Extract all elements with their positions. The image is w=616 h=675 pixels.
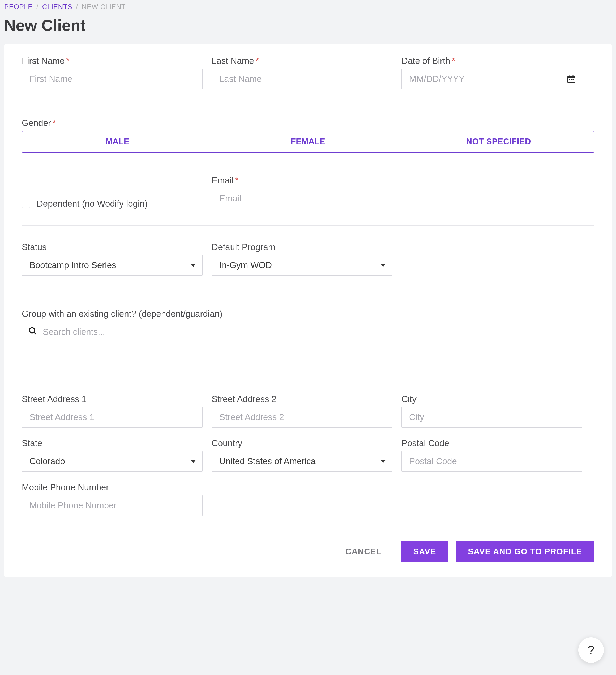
state-label: State <box>22 438 202 448</box>
divider <box>22 292 594 292</box>
chevron-down-icon <box>191 264 196 267</box>
street1-input[interactable] <box>22 407 202 428</box>
svg-rect-4 <box>569 79 570 80</box>
status-select-value: Bootcamp Intro Series <box>29 260 116 270</box>
breadcrumb-people[interactable]: PEOPLE <box>4 3 33 11</box>
default-program-select-value: In-Gym WOD <box>219 260 272 270</box>
dob-input[interactable] <box>409 69 566 89</box>
street1-label: Street Address 1 <box>22 394 202 404</box>
group-with-search[interactable] <box>22 321 594 342</box>
mobile-label: Mobile Phone Number <box>22 482 202 493</box>
gender-segmented-control: MALE FEMALE NOT SPECIFIED <box>22 131 594 153</box>
group-with-search-input[interactable] <box>43 322 587 342</box>
breadcrumb-clients[interactable]: CLIENTS <box>42 3 72 11</box>
gender-option-male[interactable]: MALE <box>22 131 213 152</box>
status-select[interactable]: Bootcamp Intro Series <box>22 255 202 276</box>
default-program-label: Default Program <box>211 242 392 252</box>
dependent-checkbox-row[interactable]: Dependent (no Wodify login) <box>22 199 202 209</box>
breadcrumb-sep-icon: / <box>36 3 38 11</box>
calendar-icon[interactable] <box>566 74 577 84</box>
footer-actions: CANCEL SAVE SAVE AND GO TO PROFILE <box>22 541 594 562</box>
svg-point-7 <box>29 328 35 333</box>
dob-label: Date of Birth* <box>402 56 582 66</box>
country-select-value: United States of America <box>219 456 316 466</box>
svg-line-8 <box>34 332 36 334</box>
breadcrumb: PEOPLE / CLIENTS / NEW CLIENT <box>4 0 612 14</box>
chevron-down-icon <box>380 460 386 463</box>
svg-rect-5 <box>571 79 572 80</box>
group-with-label: Group with an existing client? (dependen… <box>22 309 594 319</box>
street2-input[interactable] <box>211 407 392 428</box>
city-label: City <box>402 394 582 404</box>
search-icon <box>28 326 37 338</box>
state-select-value: Colorado <box>29 456 65 466</box>
page-title: New Client <box>4 14 612 44</box>
country-label: Country <box>211 438 392 448</box>
mobile-input[interactable] <box>22 495 202 516</box>
email-label: Email* <box>211 175 392 185</box>
dependent-checkbox-label: Dependent (no Wodify login) <box>37 199 148 209</box>
form-card: First Name* Last Name* Date of Birth* <box>4 44 612 578</box>
street2-label: Street Address 2 <box>211 394 392 404</box>
dependent-checkbox[interactable] <box>22 200 30 208</box>
email-input[interactable] <box>211 188 392 209</box>
first-name-input[interactable] <box>22 69 202 89</box>
city-input[interactable] <box>402 407 582 428</box>
last-name-label: Last Name* <box>211 56 392 66</box>
cancel-button[interactable]: CANCEL <box>333 541 393 562</box>
first-name-label: First Name* <box>22 56 202 66</box>
postal-label: Postal Code <box>402 438 582 448</box>
gender-option-female[interactable]: FEMALE <box>213 131 404 152</box>
gender-option-not-specified[interactable]: NOT SPECIFIED <box>403 131 594 152</box>
breadcrumb-current: NEW CLIENT <box>82 3 125 11</box>
gender-label: Gender* <box>22 118 594 128</box>
divider <box>22 225 594 226</box>
state-select[interactable]: Colorado <box>22 451 202 472</box>
last-name-input[interactable] <box>211 69 392 89</box>
divider <box>22 359 594 359</box>
country-select[interactable]: United States of America <box>211 451 392 472</box>
save-go-profile-button[interactable]: SAVE AND GO TO PROFILE <box>456 541 594 562</box>
svg-rect-6 <box>573 79 574 80</box>
postal-input[interactable] <box>402 451 582 472</box>
breadcrumb-sep-icon: / <box>76 3 78 11</box>
status-label: Status <box>22 242 202 252</box>
dob-input-wrapper[interactable] <box>402 69 582 89</box>
chevron-down-icon <box>191 460 196 463</box>
default-program-select[interactable]: In-Gym WOD <box>211 255 392 276</box>
save-button[interactable]: SAVE <box>401 541 448 562</box>
chevron-down-icon <box>380 264 386 267</box>
